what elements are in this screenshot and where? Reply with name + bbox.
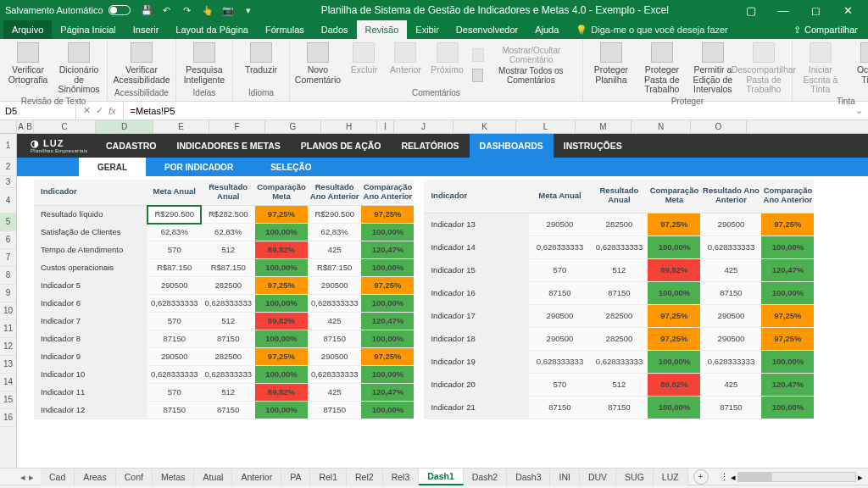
row-10[interactable]: 10 xyxy=(0,302,16,320)
cell[interactable]: 100,00% xyxy=(761,282,814,305)
cell[interactable]: Indicador 5 xyxy=(34,277,147,295)
cell[interactable]: 120,47% xyxy=(361,313,414,330)
cell[interactable]: 87150 xyxy=(700,282,761,305)
cell[interactable]: Indicador 11 xyxy=(34,384,147,402)
row-1[interactable]: 1 xyxy=(0,134,16,158)
smart-lookup-button[interactable]: Pesquisa Inteligente xyxy=(183,42,225,85)
cell[interactable]: Indicador 21 xyxy=(424,396,529,419)
cell[interactable]: 0,628333333 xyxy=(529,236,590,259)
cell[interactable]: Indicador 9 xyxy=(34,348,147,366)
scroll-right-icon[interactable]: ▸ xyxy=(858,472,863,482)
cell[interactable]: 87150 xyxy=(590,282,648,305)
col-N[interactable]: N xyxy=(632,120,691,133)
spellcheck-button[interactable]: Verificar Ortografia xyxy=(7,42,49,85)
cell[interactable]: 100,00% xyxy=(761,396,814,419)
cell[interactable]: 120,47% xyxy=(761,259,814,282)
row-14[interactable]: 14 xyxy=(0,374,16,391)
col-B[interactable]: B xyxy=(25,120,34,133)
col-M[interactable]: M xyxy=(576,120,632,133)
col-E[interactable]: E xyxy=(153,120,209,133)
toggle-comment-button[interactable]: Mostrar/Ocultar Comentário xyxy=(472,46,576,64)
cell[interactable]: 100,00% xyxy=(361,259,414,277)
cell[interactable]: 97,25% xyxy=(761,328,814,351)
cell[interactable]: 87150 xyxy=(529,396,590,419)
cell[interactable]: 0,628333333 xyxy=(147,295,201,313)
cell[interactable]: 87150 xyxy=(700,396,761,419)
cell[interactable]: 290500 xyxy=(529,328,590,351)
sheet-metas[interactable]: Metas xyxy=(153,469,195,485)
cell[interactable]: R$87.150 xyxy=(147,259,201,277)
unshare-workbook-button[interactable]: Descompartilhar Pasta de Trabalho xyxy=(743,42,785,95)
close-button[interactable]: ✕ xyxy=(832,0,863,20)
sheet-rel1[interactable]: Rel1 xyxy=(310,469,347,485)
cell[interactable]: Custos operacionais xyxy=(34,259,147,277)
sheet-anterior[interactable]: Anterior xyxy=(232,469,281,485)
cell[interactable]: Indicador 8 xyxy=(34,330,147,348)
row-6[interactable]: 6 xyxy=(0,231,16,249)
cell[interactable]: 97,25% xyxy=(255,277,308,295)
cell[interactable]: 512 xyxy=(590,374,648,396)
cell[interactable]: 0,628333333 xyxy=(700,351,761,374)
tab-file[interactable]: Arquivo xyxy=(3,20,52,39)
row-11[interactable]: 11 xyxy=(0,320,16,338)
cell[interactable]: 100,00% xyxy=(255,259,308,277)
cell[interactable]: 0,628333333 xyxy=(308,366,361,384)
cell[interactable]: 62,83% xyxy=(308,224,361,241)
cell[interactable]: Indicador 10 xyxy=(34,366,147,384)
col-K[interactable]: K xyxy=(453,120,516,133)
formula-input[interactable]: =Metas!P5 xyxy=(124,106,850,116)
cell[interactable]: 97,25% xyxy=(361,206,414,224)
grid[interactable]: ◑ LUZPlanilhas Empresariais CADASTROINDI… xyxy=(17,134,868,468)
cell[interactable]: 425 xyxy=(700,374,761,396)
row-2[interactable]: 2 xyxy=(0,158,16,176)
cell[interactable]: Indicador 12 xyxy=(34,402,147,419)
cell[interactable]: 512 xyxy=(590,259,648,282)
cell[interactable]: 87150 xyxy=(201,402,254,419)
row-3[interactable]: 3 xyxy=(0,176,16,188)
minimize-button[interactable]: — xyxy=(768,0,798,20)
cell[interactable]: 282500 xyxy=(590,214,648,236)
nav-indicadores-e-metas[interactable]: INDICADORES E METAS xyxy=(167,134,291,158)
cell[interactable]: R$87.150 xyxy=(308,259,361,277)
cell[interactable]: 62,83% xyxy=(201,224,254,241)
cell[interactable]: 120,47% xyxy=(761,374,814,396)
cell[interactable]: 89,82% xyxy=(648,259,700,282)
cell[interactable]: 290500 xyxy=(529,305,590,328)
cell[interactable]: 0,628333333 xyxy=(700,236,761,259)
nav-relatórios[interactable]: RELATÓRIOS xyxy=(392,134,470,158)
expand-formula-icon[interactable]: ⌄ xyxy=(850,105,868,116)
cell[interactable]: 290500 xyxy=(147,348,201,366)
hide-ink-button[interactable]: Ocultar Tinta xyxy=(850,42,868,85)
cell[interactable]: 100,00% xyxy=(361,295,414,313)
cell[interactable]: Indicador 16 xyxy=(424,282,529,305)
cell[interactable]: 100,00% xyxy=(761,236,814,259)
row-16[interactable]: 16 xyxy=(0,409,16,427)
row-8[interactable]: 8 xyxy=(0,267,16,285)
show-all-comments-button[interactable]: Mostrar Todos os Comentários xyxy=(472,66,576,85)
cell[interactable]: 87150 xyxy=(590,396,648,419)
cell[interactable]: 570 xyxy=(147,384,201,402)
col-H[interactable]: H xyxy=(321,120,377,133)
tab-scroll-menu-icon[interactable]: ⋮ xyxy=(720,472,729,482)
nav-dashboards[interactable]: DASHBOARDS xyxy=(470,134,554,158)
cell[interactable]: Satisfação de Clientes xyxy=(34,224,147,241)
cell[interactable]: 97,25% xyxy=(648,328,700,351)
col-L[interactable]: L xyxy=(516,120,576,133)
cell[interactable]: 97,25% xyxy=(255,206,308,224)
cell[interactable]: 290500 xyxy=(308,277,361,295)
cell[interactable]: 100,00% xyxy=(648,282,700,305)
translate-button[interactable]: Traduzir xyxy=(240,42,282,75)
cell[interactable]: 100,00% xyxy=(361,402,414,419)
col-G[interactable]: G xyxy=(265,120,321,133)
tab-desenvolvedor[interactable]: Desenvolvedor xyxy=(448,20,526,39)
cell[interactable]: 290500 xyxy=(529,214,590,236)
cell[interactable]: Indicador 20 xyxy=(424,374,529,396)
cell[interactable]: Indicador 18 xyxy=(424,328,529,351)
cell[interactable]: 100,00% xyxy=(255,295,308,313)
cell[interactable]: Resultado líquido xyxy=(34,206,147,224)
cell[interactable]: 87150 xyxy=(308,402,361,419)
protect-workbook-button[interactable]: Proteger Pasta de Trabalho xyxy=(641,42,683,95)
sheet-dash1[interactable]: Dash1 xyxy=(419,469,464,485)
redo-icon[interactable]: ↷ xyxy=(181,4,193,16)
autosave-toggle[interactable]: Salvamento Automático xyxy=(5,5,131,15)
